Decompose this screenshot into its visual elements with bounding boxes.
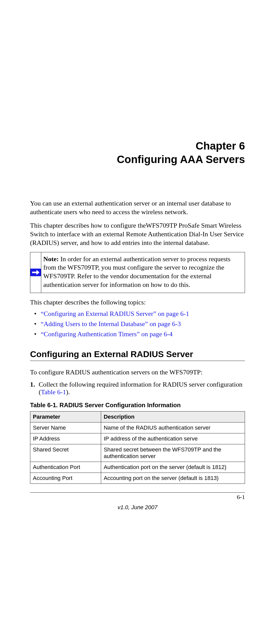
table-ref-link[interactable]: Table 6-1 [41, 388, 66, 396]
note-callout: Note: In order for an external authentic… [30, 252, 245, 293]
topics-intro: This chapter describes the following top… [30, 299, 245, 306]
topic-link-1[interactable]: “Configuring an External RADIUS Server” … [41, 310, 189, 317]
topics-list: “Configuring an External RADIUS Server” … [30, 309, 245, 340]
col-header-description: Description [101, 411, 245, 422]
param-cell: Accounting Port [30, 473, 101, 484]
page-footer: 6-1 v1.0, June 2007 [30, 492, 245, 511]
table-header-row: Parameter Description [30, 411, 245, 422]
arrow-right-icon [30, 269, 41, 276]
table-row: Accounting Port Accounting port on the s… [30, 473, 245, 484]
chapter-number: Chapter 6 [30, 139, 245, 153]
desc-cell: Accounting port on the server (default i… [101, 473, 245, 484]
param-cell: Server Name [30, 422, 101, 433]
note-icon-cell [30, 252, 41, 293]
intro-paragraph-2: This chapter describes how to configure … [30, 221, 245, 247]
step-number: 1. [30, 381, 39, 396]
note-body: In order for an external authentication … [43, 255, 230, 288]
table-caption: Table 6-1. RADIUS Server Configuration I… [30, 402, 245, 409]
col-header-parameter: Parameter [30, 411, 101, 422]
section-heading: Configuring an External RADIUS Server [30, 349, 245, 361]
list-item: “Configuring Authentication Timers” on p… [34, 329, 245, 339]
topic-link-3[interactable]: “Configuring Authentication Timers” on p… [41, 330, 173, 338]
page-number: 6-1 [30, 494, 245, 501]
chapter-heading: Chapter 6 Configuring AAA Servers [30, 139, 245, 166]
note-text: Note: In order for an external authentic… [41, 252, 245, 293]
param-cell: IP Address [30, 433, 101, 444]
desc-cell: Shared secret between the WFS709TP and t… [101, 444, 245, 462]
topic-link-2[interactable]: “Adding Users to the Internal Database” … [41, 320, 181, 328]
step-1: 1. Collect the following required inform… [30, 381, 245, 396]
note-label: Note: [43, 255, 59, 263]
intro-paragraph-1: You can use an external authentication s… [30, 199, 245, 217]
step-text-after: ). [66, 388, 70, 396]
desc-cell: Authentication port on the server (defau… [101, 462, 245, 473]
config-table: Parameter Description Server Name Name o… [30, 411, 245, 484]
desc-cell: Name of the RADIUS authentication server [101, 422, 245, 433]
step-text: Collect the following required informati… [39, 381, 245, 396]
table-row: IP Address IP address of the authenticat… [30, 433, 245, 444]
list-item: “Configuring an External RADIUS Server” … [34, 309, 245, 319]
table-row: Server Name Name of the RADIUS authentic… [30, 422, 245, 433]
table-row: Shared Secret Shared secret between the … [30, 444, 245, 462]
version-text: v1.0, June 2007 [30, 504, 245, 511]
param-cell: Authentication Port [30, 462, 101, 473]
desc-cell: IP address of the authentication serve [101, 433, 245, 444]
param-cell: Shared Secret [30, 444, 101, 462]
table-row: Authentication Port Authentication port … [30, 462, 245, 473]
step-intro: To configure RADIUS authentication serve… [30, 369, 245, 376]
footer-rule [30, 492, 245, 493]
chapter-title: Configuring AAA Servers [30, 153, 245, 166]
list-item: “Adding Users to the Internal Database” … [34, 319, 245, 329]
